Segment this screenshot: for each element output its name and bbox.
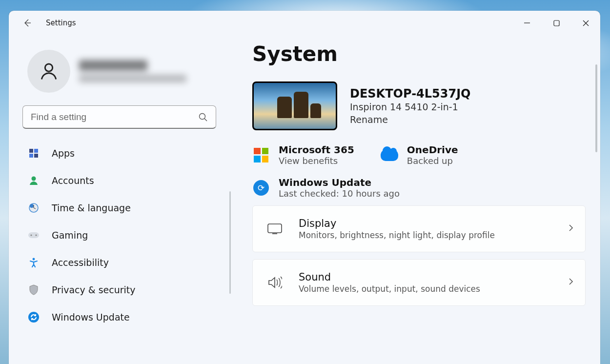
svg-point-5 [200,113,205,119]
sidebar-item-accounts[interactable]: Accounts [22,167,222,194]
service-sub: Last checked: 10 hours ago [279,188,400,199]
profile-name-redacted [79,60,186,82]
device-thumbnail[interactable] [252,81,337,130]
sound-icon [266,276,283,289]
device-model: Inspiron 14 5410 2-in-1 [350,101,471,112]
svg-point-4 [45,64,52,71]
maximize-icon [553,20,560,26]
avatar [27,50,70,93]
sidebar-item-label: Gaming [52,230,88,241]
apps-icon [27,147,40,160]
arrow-left-icon [22,18,32,28]
sidebar-item-gaming[interactable]: Gaming [22,222,222,249]
svg-rect-9 [29,154,33,158]
svg-point-11 [32,177,36,181]
accounts-icon [27,174,40,187]
svg-point-18 [35,234,37,236]
chevron-right-icon [569,278,573,287]
card-sub: Monitors, brightness, night light, displ… [299,230,495,240]
sidebar-nav: Apps Accounts Time & language [22,140,222,364]
service-sub: View benefits [279,156,354,166]
user-icon [38,61,60,82]
onedrive-icon [381,146,398,164]
sidebar-item-accessibility[interactable]: Accessibility [22,249,222,276]
windows-update-icon: ⟳ [252,179,270,197]
chevron-right-icon [569,224,573,234]
sidebar-item-privacy-security[interactable]: Privacy & security [22,276,222,303]
svg-rect-16 [28,232,39,238]
page-title: System [252,42,586,66]
settings-window: Settings [9,11,600,364]
windows-update-icon [27,311,40,324]
sidebar-item-label: Apps [52,148,75,159]
search-input[interactable] [31,112,198,122]
search-icon [198,112,208,122]
service-title: Windows Update [279,177,400,188]
svg-line-6 [204,119,207,121]
main-content: System DESKTOP-4L537JQ Inspiron 14 5410 … [231,35,600,364]
sidebar-item-label: Windows Update [52,312,130,323]
svg-point-20 [28,312,39,323]
close-button[interactable] [571,13,600,33]
services-row: Microsoft 365 View benefits OneDrive Bac… [252,144,586,166]
window-controls [512,13,600,33]
sidebar-item-windows-update[interactable]: Windows Update [22,303,222,331]
display-icon [266,223,283,234]
svg-rect-1 [554,20,559,26]
microsoft-logo-icon [252,146,270,164]
svg-rect-10 [34,154,38,158]
rename-link[interactable]: Rename [350,114,471,125]
maximize-button[interactable] [542,13,571,33]
minimize-button[interactable] [512,13,542,33]
titlebar: Settings [9,11,600,35]
card-display[interactable]: Display Monitors, brightness, night ligh… [252,205,586,252]
svg-point-17 [30,234,32,236]
sidebar-item-label: Privacy & security [52,284,136,295]
service-windows-update[interactable]: ⟳ Windows Update Last checked: 10 hours … [252,177,586,199]
privacy-security-icon [27,283,40,296]
main-scrollbar[interactable] [595,64,597,152]
svg-rect-8 [34,149,38,153]
sidebar-item-label: Time & language [52,202,131,213]
window-title: Settings [46,19,76,27]
service-title: Microsoft 365 [279,144,354,156]
sidebar: Apps Accounts Time & language [9,35,231,364]
back-button[interactable] [20,15,35,31]
sidebar-item-label: Accounts [52,175,94,186]
service-sub: Backed up [407,156,458,166]
svg-rect-7 [29,149,33,153]
minimize-icon [524,20,530,26]
close-icon [583,20,589,26]
sidebar-item-time-language[interactable]: Time & language [22,194,222,222]
card-title: Display [299,218,495,229]
service-m365[interactable]: Microsoft 365 View benefits [252,144,354,166]
service-title: OneDrive [407,144,458,156]
card-title: Sound [299,271,480,283]
sidebar-item-apps[interactable]: Apps [22,140,222,167]
gaming-icon [27,229,40,242]
card-sound[interactable]: Sound Volume levels, output, input, soun… [252,259,586,306]
device-name: DESKTOP-4L537JQ [350,87,471,101]
device-block: DESKTOP-4L537JQ Inspiron 14 5410 2-in-1 … [252,81,586,130]
time-language-icon [27,202,40,214]
svg-rect-22 [268,224,282,233]
card-sub: Volume levels, output, input, sound devi… [299,284,480,294]
accessibility-icon [27,256,40,269]
search-box[interactable] [22,105,216,129]
service-onedrive[interactable]: OneDrive Backed up [381,144,458,166]
profile-block[interactable] [22,35,222,105]
sidebar-item-label: Accessibility [52,257,109,268]
svg-point-13 [30,204,34,208]
svg-point-19 [33,258,35,261]
